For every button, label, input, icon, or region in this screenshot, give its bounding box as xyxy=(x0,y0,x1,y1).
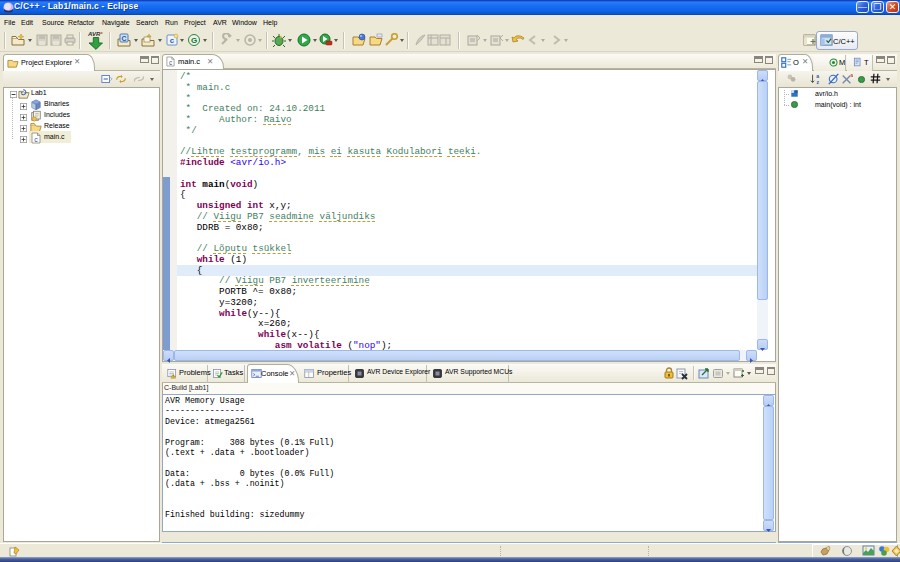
svg-text:!: ! xyxy=(173,375,174,379)
svg-text:c: c xyxy=(169,59,172,66)
svg-text:c: c xyxy=(34,136,38,143)
svg-text:z: z xyxy=(816,79,819,85)
svg-text:C: C xyxy=(121,35,126,42)
svg-text:a: a xyxy=(816,73,819,79)
svg-text:c: c xyxy=(170,36,175,45)
svg-text:s: s xyxy=(850,73,853,78)
svg-text:G: G xyxy=(191,36,197,45)
